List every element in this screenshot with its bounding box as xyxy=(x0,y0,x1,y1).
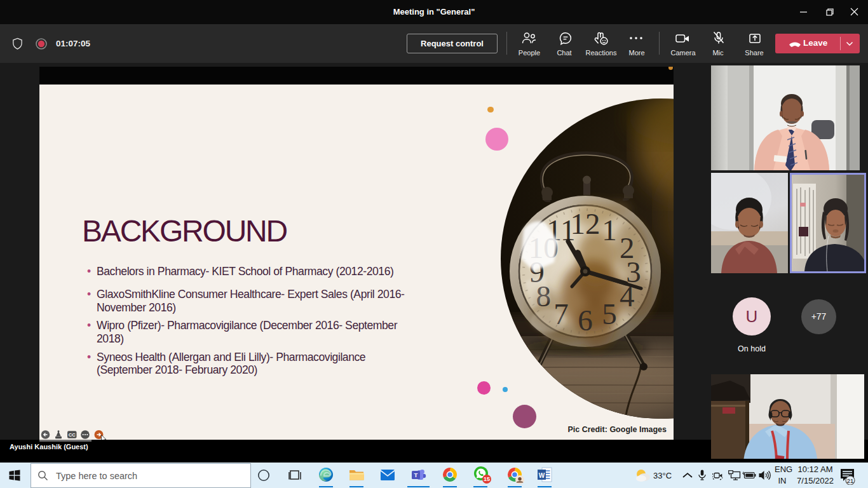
svg-text:1: 1 xyxy=(602,214,617,247)
svg-text:CC: CC xyxy=(69,432,76,438)
svg-text:W: W xyxy=(539,472,545,479)
svg-text:6: 6 xyxy=(578,304,593,337)
svg-text:T: T xyxy=(414,471,418,478)
svg-text:5: 5 xyxy=(602,297,617,330)
svg-text:12: 12 xyxy=(571,207,600,240)
svg-text:15: 15 xyxy=(484,476,490,482)
svg-text:21: 21 xyxy=(847,477,854,484)
